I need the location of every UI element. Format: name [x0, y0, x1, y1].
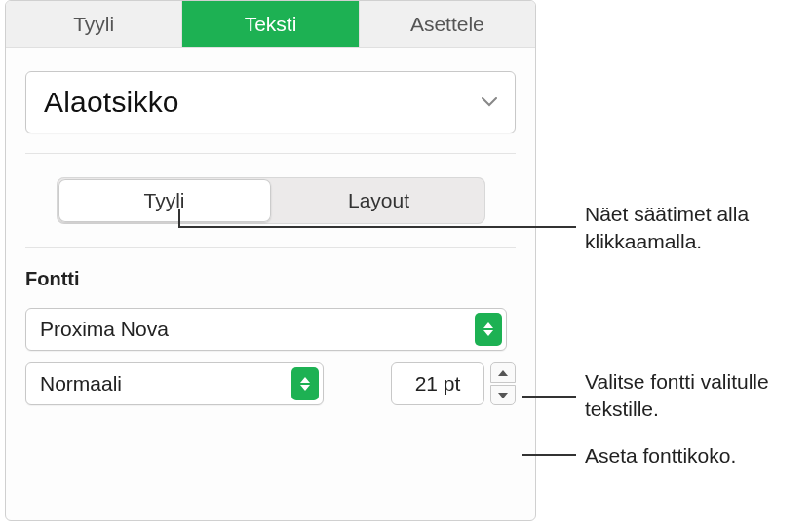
callout-font-family: Valitse fontti valitulle tekstille. — [585, 368, 812, 424]
font-size-value: 21 pt — [415, 372, 461, 396]
callout-line — [522, 396, 576, 398]
font-size-field[interactable]: 21 pt — [391, 362, 484, 405]
callout-line — [522, 454, 576, 456]
subtab-layout[interactable]: Layout — [273, 177, 485, 224]
tab-text[interactable]: Teksti — [182, 1, 359, 47]
font-controls: Proxima Nova Normaali — [25, 308, 516, 405]
divider — [25, 153, 516, 154]
callout-font-size: Aseta fonttikoko. — [585, 442, 736, 470]
divider — [25, 247, 516, 248]
paragraph-style-dropdown[interactable]: Alaotsikko — [25, 71, 516, 133]
subtab-style[interactable]: Tyyli — [58, 179, 271, 222]
font-style-value: Normaali — [40, 372, 122, 396]
font-style-select[interactable]: Normaali — [25, 362, 324, 405]
format-inspector-panel: Tyyli Teksti Asettele Alaotsikko Tyyli L… — [5, 0, 536, 521]
font-size-increase[interactable] — [490, 362, 516, 383]
callout-segmented: Näet säätimet alla klikkaamalla. — [585, 201, 812, 256]
font-section-label: Fontti — [25, 268, 516, 290]
font-size-stepper — [490, 362, 516, 405]
inspector-body: Alaotsikko Tyyli Layout Fontti Proxima N… — [6, 71, 535, 405]
font-size-decrease[interactable] — [490, 385, 516, 405]
updown-icon — [475, 313, 502, 346]
updown-icon — [291, 367, 319, 400]
tab-arrange[interactable]: Asettele — [360, 1, 535, 47]
font-size-group: 21 pt — [391, 362, 516, 405]
style-layout-segmented: Tyyli Layout — [57, 177, 485, 224]
chevron-down-icon — [482, 97, 497, 107]
paragraph-style-label: Alaotsikko — [44, 86, 179, 119]
tab-style[interactable]: Tyyli — [6, 1, 182, 47]
top-tab-bar: Tyyli Teksti Asettele — [6, 1, 535, 48]
callout-line — [178, 226, 576, 228]
font-family-value: Proxima Nova — [40, 318, 169, 341]
callout-line — [178, 209, 180, 226]
sub-tab-row: Tyyli Layout — [25, 177, 516, 224]
font-family-select[interactable]: Proxima Nova — [25, 308, 507, 351]
